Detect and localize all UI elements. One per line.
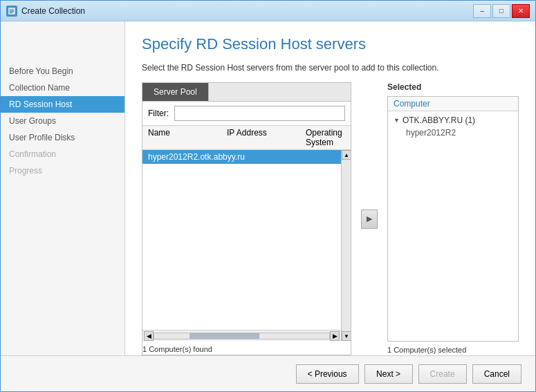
- maximize-button[interactable]: □: [492, 4, 510, 18]
- row-name: hyper2012R2.otk.abbyy.ru: [148, 152, 245, 162]
- horizontal-scrollbar[interactable]: ◀ ▶: [142, 330, 341, 341]
- minimize-button[interactable]: –: [473, 4, 491, 18]
- svg-rect-2: [10, 11, 14, 12]
- description-text: Select the RD Session Host servers from …: [142, 63, 519, 73]
- sidebar-item-before-you-begin[interactable]: Before You Begin: [1, 63, 124, 80]
- window-controls: – □ ✕: [473, 4, 530, 18]
- sidebar-item-user-groups[interactable]: User Groups: [1, 113, 124, 129]
- main-panel: Specify RD Session Host servers Select t…: [125, 21, 535, 355]
- row-ip: [245, 152, 305, 162]
- previous-button[interactable]: < Previous: [296, 364, 359, 384]
- scroll-track[interactable]: [154, 333, 330, 339]
- create-button[interactable]: Create: [418, 364, 467, 384]
- server-pool-table: hyper2012R2.otk.abbyy.ru ◀ ▶: [142, 150, 341, 341]
- filter-label: Filter:: [148, 109, 169, 118]
- tree-arrow-icon: ▼: [394, 117, 400, 124]
- next-button[interactable]: Next >: [364, 364, 413, 384]
- panels-row: Server Pool Filter: Name IP Address Oper…: [142, 82, 519, 355]
- page-heading: Specify RD Session Host servers: [142, 35, 519, 53]
- server-pool-inner: hyper2012R2.otk.abbyy.ru ◀ ▶: [142, 150, 351, 341]
- scroll-up-btn[interactable]: ▲: [342, 150, 351, 160]
- col-header-name: Name: [148, 128, 227, 147]
- sidebar-item-rd-session-host[interactable]: RD Session Host: [1, 96, 124, 113]
- sidebar-item-progress: Progress: [1, 162, 124, 179]
- filter-row: Filter:: [142, 102, 351, 126]
- close-button[interactable]: ✕: [512, 4, 530, 18]
- tab-bar: Server Pool: [142, 83, 351, 102]
- svg-rect-3: [10, 12, 12, 13]
- tree-group-header: ▼ OTK.ABBYY.RU (1): [394, 114, 512, 127]
- table-row[interactable]: hyper2012R2.otk.abbyy.ru: [142, 150, 341, 164]
- main-window: Create Collection – □ ✕ Before You Begin…: [0, 0, 536, 392]
- arrow-col: ▶: [360, 82, 379, 355]
- selected-tree: ▼ OTK.ABBYY.RU (1) hyper2012R2: [388, 111, 518, 140]
- cancel-button[interactable]: Cancel: [472, 364, 521, 384]
- title-bar-left: Create Collection: [6, 6, 85, 17]
- v-scroll-track: [342, 160, 351, 331]
- window-title: Create Collection: [21, 6, 85, 16]
- scroll-down-btn[interactable]: ▼: [342, 331, 351, 341]
- vertical-scrollbar[interactable]: ▲ ▼: [341, 150, 351, 341]
- add-arrow-button[interactable]: ▶: [361, 209, 378, 229]
- app-icon: [6, 6, 17, 17]
- server-pool-panel: Server Pool Filter: Name IP Address Oper…: [142, 82, 351, 355]
- content-area: Before You Begin Collection Name RD Sess…: [1, 21, 535, 355]
- selected-box: Computer ▼ OTK.ABBYY.RU (1) hyper2012R2: [387, 96, 519, 342]
- col-header-ip: IP Address: [227, 128, 306, 147]
- table-body: hyper2012R2.otk.abbyy.ru: [142, 150, 341, 330]
- row-os: [305, 152, 335, 162]
- footer: < Previous Next > Create Cancel: [1, 355, 535, 391]
- scroll-right-btn[interactable]: ▶: [330, 331, 340, 341]
- selected-count: 1 Computer(s) selected: [387, 344, 519, 355]
- sidebar: Before You Begin Collection Name RD Sess…: [1, 21, 125, 355]
- tab-server-pool[interactable]: Server Pool: [142, 83, 209, 101]
- sidebar-item-collection-name[interactable]: Collection Name: [1, 80, 124, 96]
- scroll-thumb: [190, 333, 259, 339]
- title-bar: Create Collection – □ ✕: [1, 1, 535, 21]
- selected-panel: Selected Computer ▼ OTK.ABBYY.RU (1) hyp…: [387, 82, 519, 355]
- svg-rect-1: [10, 10, 14, 10]
- col-header-os: Operating System: [306, 128, 345, 147]
- table-header: Name IP Address Operating System: [142, 126, 351, 150]
- scroll-left-btn[interactable]: ◀: [144, 331, 154, 341]
- tree-group-name: OTK.ABBYY.RU (1): [403, 115, 475, 125]
- selected-label: Selected: [387, 82, 519, 92]
- found-text: 1 Computer(s) found: [142, 344, 351, 355]
- sidebar-item-confirmation: Confirmation: [1, 146, 124, 162]
- selected-col-header: Computer: [388, 97, 518, 111]
- filter-input[interactable]: [174, 106, 345, 121]
- tree-child-item: hyper2012R2: [394, 127, 512, 138]
- sidebar-item-user-profile-disks[interactable]: User Profile Disks: [1, 129, 124, 146]
